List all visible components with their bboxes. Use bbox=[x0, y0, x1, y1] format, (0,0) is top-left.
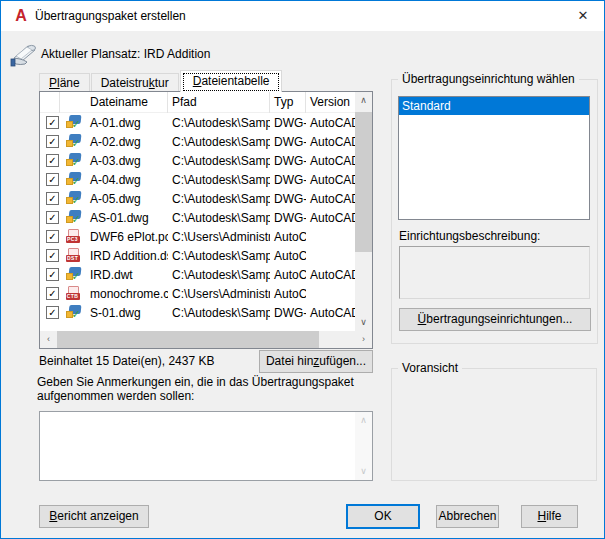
notes-scrollbar: ∧ ∨ bbox=[355, 412, 372, 480]
file-table: Dateiname Pfad Typ Version ✓ ✓ A-01.dwg … bbox=[39, 91, 373, 349]
file-type-icon: CTB bbox=[65, 286, 82, 301]
ok-button[interactable]: OK bbox=[346, 504, 420, 529]
cell-filename: A-05.dwg bbox=[86, 192, 168, 206]
setup-listbox: Standard bbox=[398, 96, 590, 220]
file-type-icon: ✓ bbox=[65, 153, 82, 168]
scroll-left-icon[interactable]: ‹ bbox=[40, 331, 57, 348]
header-icon-column[interactable] bbox=[60, 92, 86, 113]
table-row[interactable]: ✓ CTB monochrome.ctb C:\Users\Administra… bbox=[40, 284, 355, 303]
setup-description-label: Einrichtungsbeschreibung: bbox=[399, 229, 540, 243]
cell-filename: IRD Addition.dst bbox=[86, 249, 168, 263]
cell-type: DWG-D bbox=[270, 306, 306, 320]
scroll-right-icon[interactable]: › bbox=[355, 331, 372, 348]
file-checkbox[interactable]: ✓ bbox=[46, 116, 59, 129]
file-checkbox[interactable]: ✓ bbox=[46, 287, 59, 300]
file-checkbox[interactable]: ✓ bbox=[46, 135, 59, 148]
header-checkbox-column[interactable] bbox=[40, 92, 60, 113]
notes-scroll-up-icon[interactable]: ∧ bbox=[355, 412, 372, 429]
table-row[interactable]: ✓ ✓ S-01.dwg C:\Autodesk\Sampl DWG-D Aut… bbox=[40, 303, 355, 322]
help-button[interactable]: Hilfe bbox=[521, 505, 578, 528]
etransmit-dialog: A Übertragungspaket erstellen ✕ Aktuelle… bbox=[0, 0, 605, 539]
table-row[interactable]: ✓ ✓ A-03.dwg C:\Autodesk\Sampl DWG-D Aut… bbox=[40, 151, 355, 170]
cell-version: AutoCAD bbox=[306, 154, 355, 168]
table-row[interactable]: ✓ ✓ IRD.dwt C:\Autodesk\Sampl AutoCA Aut… bbox=[40, 265, 355, 284]
header-typ[interactable]: Typ bbox=[270, 92, 306, 113]
notes-label: Geben Sie Anmerkungen ein, die in das Üb… bbox=[37, 375, 381, 403]
file-checkbox[interactable]: ✓ bbox=[46, 306, 59, 319]
setup-group-title: Übertragungseinrichtung wählen bbox=[398, 72, 579, 86]
cell-type: DWG-D bbox=[270, 135, 306, 149]
cell-version: AutoCAD bbox=[306, 306, 355, 320]
cell-version: AutoCAD bbox=[306, 192, 355, 206]
scroll-up-icon[interactable]: ∧ bbox=[355, 92, 372, 109]
autocad-logo-icon: A bbox=[12, 7, 30, 25]
cell-type: DWG-D bbox=[270, 211, 306, 225]
tab-dateistruktur[interactable]: Dateistruktur bbox=[91, 73, 179, 92]
cell-path: C:\Autodesk\Sampl bbox=[168, 135, 270, 149]
table-row[interactable]: ✓ ✓ AS-01.dwg C:\Autodesk\Sampl DWG-D Au… bbox=[40, 208, 355, 227]
file-type-icon: ✓ bbox=[65, 191, 82, 206]
tab-dateientabelle[interactable]: Dateientabelle bbox=[180, 70, 283, 92]
tab-plaene[interactable]: Pläne bbox=[39, 73, 90, 92]
setup-groupbox: Übertragungseinrichtung wählen Standard … bbox=[391, 79, 598, 344]
file-checkbox[interactable]: ✓ bbox=[46, 192, 59, 205]
cell-type: DWG-D bbox=[270, 116, 306, 130]
horizontal-scroll-thumb[interactable] bbox=[57, 331, 319, 348]
table-row[interactable]: ✓ ✓ A-05.dwg C:\Autodesk\Sampl DWG-D Aut… bbox=[40, 189, 355, 208]
file-checkbox[interactable]: ✓ bbox=[46, 154, 59, 167]
cell-path: C:\Autodesk\Sampl bbox=[168, 192, 270, 206]
header-dateiname[interactable]: Dateiname bbox=[86, 92, 168, 113]
cell-path: C:\Users\Administra bbox=[168, 230, 270, 244]
add-file-button[interactable]: Datei hinzufügen... bbox=[259, 350, 373, 373]
cell-filename: DWF6 ePlot.pc3 bbox=[86, 230, 168, 244]
cell-type: AutoCA bbox=[270, 249, 306, 263]
table-row[interactable]: ✓ ✓ A-02.dwg C:\Autodesk\Sampl DWG-D Aut… bbox=[40, 132, 355, 151]
tab-focus-outline bbox=[184, 74, 279, 90]
cell-version: AutoCAD bbox=[306, 135, 355, 149]
cell-filename: A-02.dwg bbox=[86, 135, 168, 149]
file-type-icon: ✓ bbox=[65, 305, 82, 320]
header-version[interactable]: Version bbox=[306, 92, 355, 113]
file-checkbox[interactable]: ✓ bbox=[46, 268, 59, 281]
file-checkbox[interactable]: ✓ bbox=[46, 173, 59, 186]
cell-path: C:\Autodesk\Sampl bbox=[168, 173, 270, 187]
table-row[interactable]: ✓ ✓ A-04.dwg C:\Autodesk\Sampl DWG-D Aut… bbox=[40, 170, 355, 189]
file-type-icon: ✓ bbox=[65, 267, 82, 282]
file-checkbox[interactable]: ✓ bbox=[46, 230, 59, 243]
view-report-button[interactable]: Bericht anzeigen bbox=[39, 505, 149, 528]
table-body: ✓ ✓ A-01.dwg C:\Autodesk\Sampl DWG-D Aut… bbox=[40, 113, 355, 322]
notes-scroll-down-icon[interactable]: ∨ bbox=[355, 463, 372, 480]
table-row[interactable]: ✓ ✓ A-01.dwg C:\Autodesk\Sampl DWG-D Aut… bbox=[40, 113, 355, 132]
cell-filename: AS-01.dwg bbox=[86, 211, 168, 225]
table-row[interactable]: ✓ DST IRD Addition.dst C:\Autodesk\Sampl… bbox=[40, 246, 355, 265]
file-count-summary: Beinhaltet 15 Datei(en), 2437 KB bbox=[39, 354, 214, 368]
cell-path: C:\Autodesk\Sampl bbox=[168, 268, 270, 282]
close-icon[interactable]: ✕ bbox=[562, 1, 604, 31]
file-type-icon: DST bbox=[65, 248, 82, 263]
cell-type: AutoCA bbox=[270, 268, 306, 282]
cell-version: AutoCAD bbox=[306, 116, 355, 130]
cell-type: DWG-D bbox=[270, 192, 306, 206]
cell-filename: IRD.dwt bbox=[86, 268, 168, 282]
cell-type: AutoCA bbox=[270, 287, 306, 301]
notes-textarea[interactable]: ∧ ∨ bbox=[39, 411, 373, 481]
file-type-icon: ✓ bbox=[65, 134, 82, 149]
scroll-down-icon[interactable]: ∨ bbox=[355, 314, 372, 331]
table-header: Dateiname Pfad Typ Version bbox=[40, 92, 355, 113]
cell-path: C:\Autodesk\Sampl bbox=[168, 211, 270, 225]
cell-type: AutoCA bbox=[270, 230, 306, 244]
transmittal-setups-button[interactable]: Übertragungseinrichtungen... bbox=[399, 308, 591, 331]
cell-path: C:\Autodesk\Sampl bbox=[168, 154, 270, 168]
vertical-scroll-thumb[interactable] bbox=[355, 112, 372, 252]
table-row[interactable]: ✓ PC3 DWF6 ePlot.pc3 C:\Users\Administra… bbox=[40, 227, 355, 246]
cell-filename: A-04.dwg bbox=[86, 173, 168, 187]
preview-groupbox: Voransicht bbox=[391, 368, 597, 481]
file-type-icon: ✓ bbox=[65, 115, 82, 130]
setup-list-item-standard[interactable]: Standard bbox=[399, 97, 589, 115]
header-pfad[interactable]: Pfad bbox=[168, 92, 270, 113]
cancel-button[interactable]: Abbrechen bbox=[436, 505, 499, 528]
cell-version: AutoCAD bbox=[306, 268, 355, 282]
file-checkbox[interactable]: ✓ bbox=[46, 249, 59, 262]
tabstrip: PläneDateistrukturDateientabelle bbox=[39, 70, 283, 91]
file-checkbox[interactable]: ✓ bbox=[46, 211, 59, 224]
